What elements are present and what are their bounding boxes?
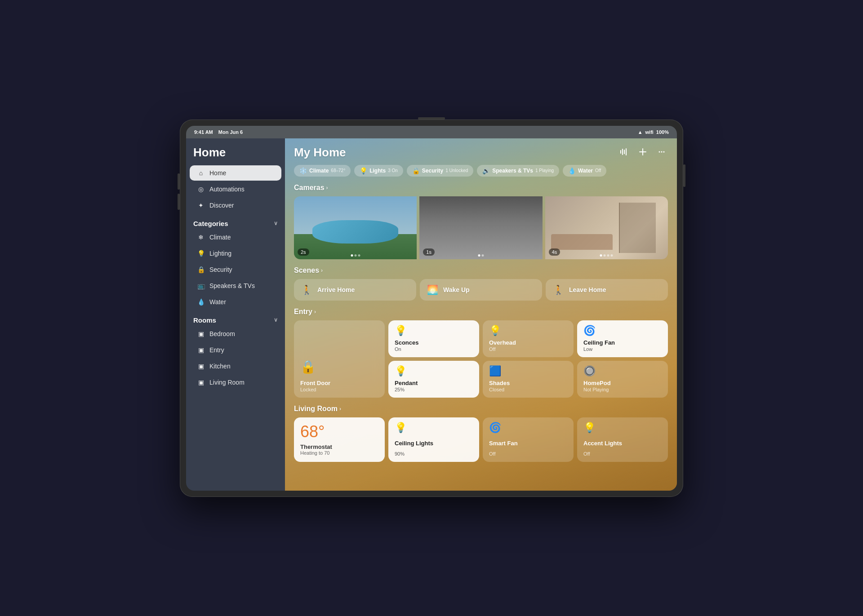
- water-icon: 💧: [197, 298, 205, 306]
- security-pill-label: Security: [422, 168, 443, 174]
- sconces-status: On: [395, 346, 473, 352]
- volume-down-button[interactable]: [178, 194, 180, 210]
- entry-device-grid: 🔒 Front Door Locked 💡 Sconces On: [294, 320, 668, 398]
- pill-climate[interactable]: ❄️ Climate 68–72°: [294, 165, 351, 177]
- scenes-section-label: Scenes: [294, 266, 319, 275]
- sidebar-title: Home: [186, 146, 285, 165]
- svg-rect-1: [622, 149, 623, 155]
- power-button[interactable]: [683, 164, 685, 187]
- ceiling-lights-tile-top: 💡: [395, 423, 473, 433]
- smart-fan-status: Off: [489, 451, 567, 456]
- top-button[interactable]: [418, 117, 445, 120]
- more-button[interactable]: [655, 146, 668, 158]
- thermostat-name: Thermostat: [300, 443, 378, 450]
- device-sconces[interactable]: 💡 Sconces On: [388, 320, 479, 357]
- sidebar-item-automations[interactable]: ◎ Automations: [190, 182, 281, 197]
- camera-room[interactable]: 4s: [545, 196, 668, 259]
- sidebar-item-security[interactable]: 🔒 Security: [190, 262, 281, 277]
- sidebar-item-kitchen[interactable]: ▣ Kitchen: [190, 359, 281, 374]
- device-smart-fan[interactable]: 🌀 Smart Fan Off: [483, 417, 574, 462]
- main-content: Home ⌂ Home ◎ Automations ✦ Discover Cat…: [186, 138, 677, 491]
- device-accent-lights[interactable]: 💡 Accent Lights Off: [577, 417, 668, 462]
- security-pill-icon: 🔒: [412, 167, 420, 174]
- scene-wake-up[interactable]: 🌅 Wake Up: [420, 279, 542, 301]
- speakers-icon: 📺: [197, 282, 205, 290]
- sidebar-item-climate[interactable]: ❄ Climate: [190, 230, 281, 245]
- sidebar-discover-label: Discover: [209, 202, 234, 209]
- arrive-home-label: Arrive Home: [317, 286, 355, 293]
- lights-pill-label: Lights: [369, 168, 386, 174]
- entry-section-label: Entry: [294, 308, 312, 316]
- volume-up-button[interactable]: [178, 173, 180, 190]
- device-overhead[interactable]: 💡 Overhead Off: [483, 320, 574, 357]
- svg-point-7: [661, 151, 663, 152]
- leave-home-label: Leave Home: [569, 286, 606, 293]
- rooms-header[interactable]: Rooms ∨: [186, 310, 285, 326]
- camera-garage[interactable]: 1s: [419, 196, 542, 259]
- accent-lights-tile-top: 💡: [583, 423, 662, 433]
- categories-title: Categories: [193, 220, 228, 227]
- siri-button[interactable]: [618, 146, 630, 158]
- device-ceiling-lights[interactable]: 💡 Ceiling Lights 90%: [388, 417, 479, 462]
- sidebar-item-home[interactable]: ⌂ Home: [190, 165, 281, 181]
- categories-header[interactable]: Categories ∨: [186, 213, 285, 229]
- categories-chevron: ∨: [274, 220, 278, 226]
- camera-pool-badge: 2s: [298, 248, 309, 256]
- pendant-status: 25%: [395, 387, 473, 392]
- accent-lights-icon: 💡: [583, 423, 596, 433]
- category-pills: ❄️ Climate 68–72° 💡 Lights 3 On 🔒 Securi…: [294, 165, 668, 177]
- sidebar-item-lighting[interactable]: 💡 Lighting: [190, 246, 281, 261]
- cameras-section-header[interactable]: Cameras ›: [294, 184, 668, 192]
- pill-speakers[interactable]: 🔊 Speakers & TVs 1 Playing: [477, 165, 559, 177]
- scene-leave-home[interactable]: 🚶 Leave Home: [546, 279, 668, 301]
- device-ceiling-fan-entry[interactable]: 🌀 Ceiling Fan Low: [577, 320, 668, 357]
- living-room-section-header[interactable]: Living Room ›: [294, 405, 668, 413]
- device-thermostat[interactable]: 68° Thermostat Heating to 70: [294, 417, 385, 462]
- homepod-tile-top: 🔘: [583, 366, 662, 376]
- sidebar-item-entry[interactable]: ▣ Entry: [190, 342, 281, 358]
- shades-name: Shades: [489, 380, 567, 386]
- sidebar-item-bedroom[interactable]: ▣ Bedroom: [190, 326, 281, 341]
- device-pendant[interactable]: 💡 Pendant 25%: [388, 361, 479, 398]
- climate-pill-icon: ❄️: [299, 167, 307, 174]
- device-front-door[interactable]: 🔒 Front Door Locked: [294, 320, 385, 398]
- overhead-name: Overhead: [489, 339, 567, 346]
- svg-rect-3: [626, 148, 627, 155]
- scene-arrive-home[interactable]: 🚶 Arrive Home: [294, 279, 416, 301]
- battery-indicator: 100%: [656, 129, 669, 135]
- add-button[interactable]: [636, 146, 649, 158]
- pill-security[interactable]: 🔒 Security 1 Unlocked: [407, 165, 473, 177]
- overhead-status: Off: [489, 346, 567, 352]
- device-homepod[interactable]: 🔘 HomePod Not Playing: [577, 361, 668, 398]
- sidebar-kitchen-label: Kitchen: [209, 363, 231, 370]
- front-door-name: Front Door: [300, 380, 330, 386]
- arrive-home-icon: 🚶: [300, 284, 313, 295]
- sidebar-automations-label: Automations: [209, 186, 245, 193]
- homepod-icon: 🔘: [583, 366, 596, 376]
- sidebar-item-water[interactable]: 💧 Water: [190, 294, 281, 310]
- scenes-grid: 🚶 Arrive Home 🌅 Wake Up 🚶 Leave Home: [294, 279, 668, 301]
- home-icon: ⌂: [197, 169, 205, 177]
- shades-status: Closed: [489, 387, 567, 392]
- sidebar-bedroom-label: Bedroom: [209, 330, 235, 337]
- device-shades[interactable]: 🟦 Shades Closed: [483, 361, 574, 398]
- security-icon: 🔒: [197, 266, 205, 274]
- scenes-section-header[interactable]: Scenes ›: [294, 266, 668, 275]
- camera-garage-badge: 1s: [423, 248, 435, 256]
- speakers-pill-label: Speakers & TVs: [492, 168, 533, 174]
- pill-lights[interactable]: 💡 Lights 3 On: [354, 165, 403, 177]
- lighting-icon: 💡: [197, 249, 205, 257]
- pill-water[interactable]: 💧 Water Off: [563, 165, 606, 177]
- sidebar-item-discover[interactable]: ✦ Discover: [190, 198, 281, 213]
- signal-icon: ▲: [638, 129, 643, 135]
- entry-section-header[interactable]: Entry ›: [294, 308, 668, 316]
- ceiling-fan-name: Ceiling Fan: [583, 339, 662, 346]
- sidebar-item-speakers[interactable]: 📺 Speakers & TVs: [190, 278, 281, 293]
- sidebar-climate-label: Climate: [209, 234, 231, 241]
- sidebar-item-living-room[interactable]: ▣ Living Room: [190, 375, 281, 390]
- cameras-section-label: Cameras: [294, 184, 325, 192]
- svg-point-6: [659, 151, 660, 152]
- sidebar-security-label: Security: [209, 266, 232, 273]
- speakers-pill-icon: 🔊: [482, 167, 490, 174]
- camera-pool[interactable]: 2s: [294, 196, 417, 259]
